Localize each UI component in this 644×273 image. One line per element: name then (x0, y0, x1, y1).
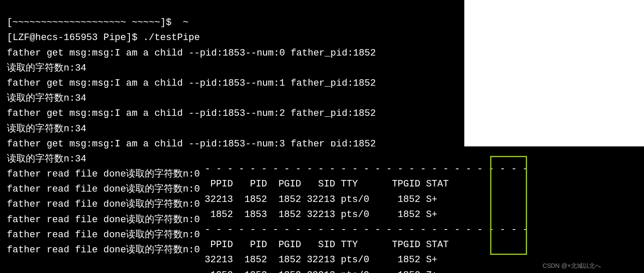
terminal-prompt: [LZF@hecs-165953 Pipe]$ ./testPipe (7, 32, 200, 43)
terminal-output: father read file done读取的字符数n:0 (7, 230, 200, 240)
terminal-output: father get msg:msg:I am a child --pid:18… (7, 48, 376, 59)
ps-separator: - - - - - - - - - - - - - - - - - - - - … (205, 224, 528, 235)
terminal-output: 读取的字符数n:34 (7, 93, 86, 104)
terminal-output: 读取的字符数n:34 (7, 124, 86, 134)
ps-row: 1852 1853 1852 32213 pts/0 1852 S+ (205, 209, 437, 220)
terminal-output: father get msg:msg:I am a child --pid:18… (7, 108, 376, 119)
watermark: CSDN @×北城以北へ (543, 261, 601, 270)
terminal-output: father read file done读取的字符数n:0 (7, 199, 200, 210)
terminal-output: father read file done读取的字符数n:0 (7, 245, 200, 255)
terminal-output: father read file done读取的字符数n:0 (7, 184, 200, 195)
terminal-output: 读取的字符数n:34 (7, 63, 86, 74)
ps-row: 1852 1853 1852 32213 pts/0 1852 Z+ (205, 270, 437, 273)
terminal-line-dim: [~~~~~~~~~~~~~~~~~~~~ ~~~~~]$ ~ (7, 17, 188, 28)
ps-header: PPID PID PGID SID TTY TPGID STAT (205, 179, 449, 189)
terminal-output: father get msg:msg:I am a child --pid:18… (7, 78, 376, 89)
ps-header: PPID PID PGID SID TTY TPGID STAT (205, 239, 449, 250)
terminal-output: father read file done读取的字符数n:0 (7, 169, 200, 180)
ps-separator: - - - - - - - - - - - - - - - - - - - - … (205, 164, 528, 174)
ps-row: 32213 1852 1852 32213 pts/0 1852 S+ (205, 194, 437, 205)
terminal-overlay[interactable]: - - - - - - - - - - - - - - - - - - - - … (202, 146, 644, 273)
terminal-output: 读取的字符数n:34 (7, 154, 86, 164)
ps-row: 32213 1852 1852 32213 pts/0 1852 S+ (205, 254, 437, 265)
terminal-output: father read file done读取的字符数n:0 (7, 214, 200, 225)
